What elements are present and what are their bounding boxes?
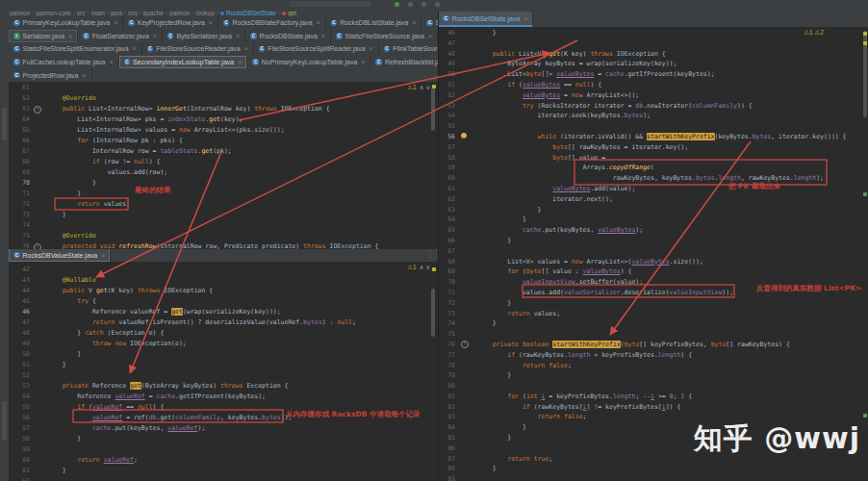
breadcrumb-item[interactable]: src: [77, 10, 86, 16]
warning-badge: ⚠1∧ ∨: [407, 84, 430, 91]
editor-tab[interactable]: CDataOutputSerializer.java×: [421, 16, 438, 30]
close-icon[interactable]: ×: [133, 45, 137, 52]
token: valueSerializer: [564, 289, 621, 296]
editor-tab[interactable]: CFloatSerializer.java×: [78, 30, 163, 43]
editor-tab[interactable]: CNoPrimaryKeyLookupTable.java×: [247, 56, 370, 69]
token: valueBytes: [583, 267, 621, 275]
editor-tab[interactable]: CRocksDBSetState.java×: [438, 12, 533, 27]
token: (iterator.isValid() &&: [560, 133, 647, 140]
breadcrumb-item[interactable]: java: [111, 10, 122, 16]
editor-secondary-index-lookup-table[interactable]: 6162@Override63↑public List<InternalRow>…: [9, 82, 438, 249]
close-icon[interactable]: ×: [153, 33, 157, 39]
code-line: 89: [438, 474, 868, 481]
toolbar-icon[interactable]: [408, 2, 413, 7]
stripe-button[interactable]: [2, 108, 7, 140]
toolbar-icon[interactable]: [421, 2, 426, 7]
close-icon[interactable]: ×: [101, 252, 105, 259]
breadcrumb-item[interactable]: apache: [143, 10, 164, 16]
code-text: valueRef = ref(db.get(columnFamily, keyB…: [92, 413, 292, 423]
vcs-stripe-mark[interactable]: [863, 192, 867, 196]
editor-tab[interactable]: CStaticFileStoreSource.java×: [331, 30, 438, 43]
code-text: }: [523, 215, 526, 225]
editor-tab[interactable]: CFullCacheLookupTable.java×: [9, 56, 119, 69]
close-icon[interactable]: ×: [370, 45, 373, 52]
editor-splitter[interactable]: [438, 12, 439, 481]
close-icon[interactable]: ×: [238, 59, 242, 65]
breadcrumb-separator: ›: [217, 10, 218, 16]
scrollbar-thumb[interactable]: [431, 87, 435, 131]
override-marker-icon[interactable]: ↑: [461, 341, 469, 348]
close-icon[interactable]: ×: [428, 33, 432, 39]
editor-tab[interactable]: ISerializer.java×: [9, 30, 78, 43]
breadcrumb-item[interactable]: paimon: [10, 10, 30, 16]
editor-tab[interactable]: CRefreshBlacklist.java×: [370, 56, 438, 69]
token: null: [138, 403, 153, 411]
code-text: return true;: [507, 454, 552, 465]
editor-tab[interactable]: CByteSerializer.java×: [163, 30, 245, 43]
line-number: 87: [438, 454, 455, 465]
editor-tab[interactable]: CSecondaryIndexLookupTable.java×: [119, 56, 248, 69]
token: get: [201, 147, 213, 155]
close-icon[interactable]: ×: [523, 15, 527, 22]
editor-tab[interactable]: CRocksDBValueState.java×: [9, 248, 111, 262]
close-icon[interactable]: ×: [412, 19, 416, 26]
editor-tab[interactable]: CRocksDBListState.java×: [326, 16, 422, 30]
override-marker-icon[interactable]: ↑: [34, 106, 41, 114]
warning-stripe-mark[interactable]: [863, 32, 867, 36]
scrollbar-thumb[interactable]: [431, 289, 435, 337]
close-icon[interactable]: ×: [114, 19, 117, 26]
run-icon[interactable]: [395, 2, 399, 7]
warning-stripe-mark[interactable]: [863, 41, 867, 45]
editor-tab[interactable]: CProjectedRow.java×: [9, 68, 92, 82]
override-marker-icon[interactable]: ↑: [34, 243, 41, 250]
prev-next-icons[interactable]: ∧ ∨: [420, 84, 430, 90]
editor-tab[interactable]: CKeyProjectedRow.java×: [123, 16, 218, 30]
line-number: 84: [438, 422, 455, 433]
close-icon[interactable]: ×: [82, 72, 86, 79]
breadcrumb-item[interactable]: main: [91, 10, 105, 16]
editor-tab[interactable]: CPrimaryKeyLookupTable.java×: [9, 16, 123, 30]
close-icon[interactable]: ×: [321, 33, 325, 39]
breadcrumb-item[interactable]: org: [128, 10, 137, 16]
intention-bulb-icon[interactable]: [461, 133, 467, 139]
close-icon[interactable]: ×: [68, 33, 72, 39]
tab-label: FileStoreSourceSplitReader.java: [268, 45, 365, 52]
token: for: [77, 137, 92, 144]
breadcrumb-item[interactable]: paimon-core: [37, 10, 71, 16]
editor-tab[interactable]: CFileStoreSourceReader.java×: [142, 42, 254, 56]
close-icon[interactable]: ×: [110, 59, 114, 65]
vcs-stripe-mark[interactable]: [863, 414, 867, 418]
close-icon[interactable]: ×: [361, 59, 365, 65]
code-line: 60rawKeyBytes, keyBytes.bytes.length, ra…: [438, 173, 868, 184]
editor-tab[interactable]: CStaticFileStoreSplitEnumerator.java×: [9, 42, 142, 56]
more-tabs-icon[interactable]: ⋮: [426, 248, 438, 262]
close-icon[interactable]: ×: [317, 19, 320, 26]
editor-rocksdb-value-state[interactable]: 4243@Nullable44public V get(K key) throw…: [9, 262, 438, 481]
line-number: 46: [9, 307, 30, 317]
editor-tab[interactable]: CRocksDBStateFactory.java×: [218, 16, 326, 30]
prev-next-icons[interactable]: ∧ ∨: [420, 264, 430, 270]
token: >=: [654, 392, 670, 400]
stripe-button[interactable]: [2, 401, 7, 440]
breadcrumb-item[interactable]: get: [282, 10, 296, 16]
tab-label: FullCacheLookupTable.java: [23, 59, 106, 65]
close-icon[interactable]: ×: [209, 19, 213, 26]
editor-tab[interactable]: CRocksDBState.java×: [245, 30, 331, 43]
token: }: [523, 423, 526, 431]
breadcrumb-item[interactable]: paimon: [169, 10, 190, 16]
warning-stripe-mark[interactable]: [432, 85, 436, 89]
editor-tab[interactable]: CFlinkTableSource.java×: [379, 42, 438, 56]
breadcrumb-item[interactable]: lookup: [196, 10, 215, 16]
warning-badge: ⚠1∧ ∨: [407, 264, 430, 271]
token: return false: [523, 362, 568, 369]
breadcrumb-item[interactable]: RocksDBSetState: [220, 10, 276, 16]
editor-rocksdb-set-state[interactable]: 46}4748public List<V> get(K key) throws …: [438, 27, 868, 481]
close-icon[interactable]: ×: [236, 33, 240, 39]
warning-stripe-mark[interactable]: [432, 267, 436, 271]
editor-tab[interactable]: CFileStoreSourceSplitReader.java×: [254, 42, 379, 56]
line-number: 64: [438, 215, 455, 225]
token: (ByteArray keyBytes): [141, 382, 220, 390]
run-config-combo[interactable]: [289, 1, 371, 7]
toolbar-icon[interactable]: [435, 2, 440, 7]
close-icon[interactable]: ×: [244, 45, 248, 52]
